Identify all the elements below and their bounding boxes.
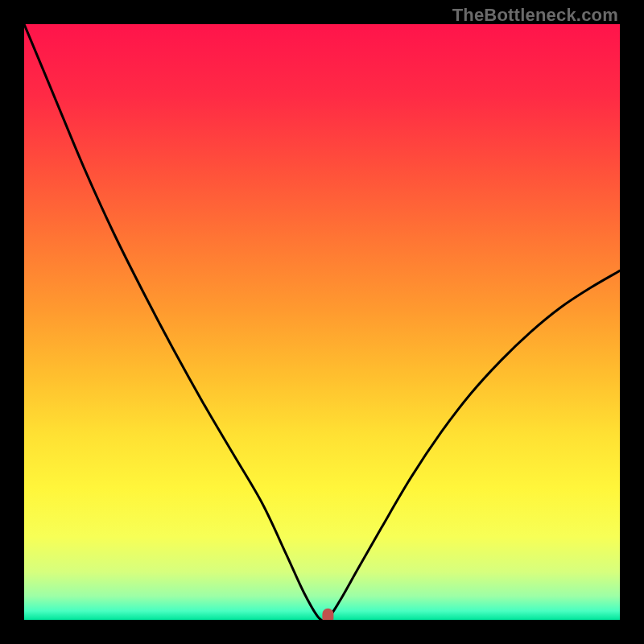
optimum-marker [322, 609, 333, 620]
chart-svg [24, 24, 620, 620]
watermark-label: TheBottleneck.com [452, 5, 618, 26]
chart-frame: TheBottleneck.com [0, 0, 644, 644]
plot-area [24, 24, 620, 620]
gradient-background [24, 24, 620, 620]
